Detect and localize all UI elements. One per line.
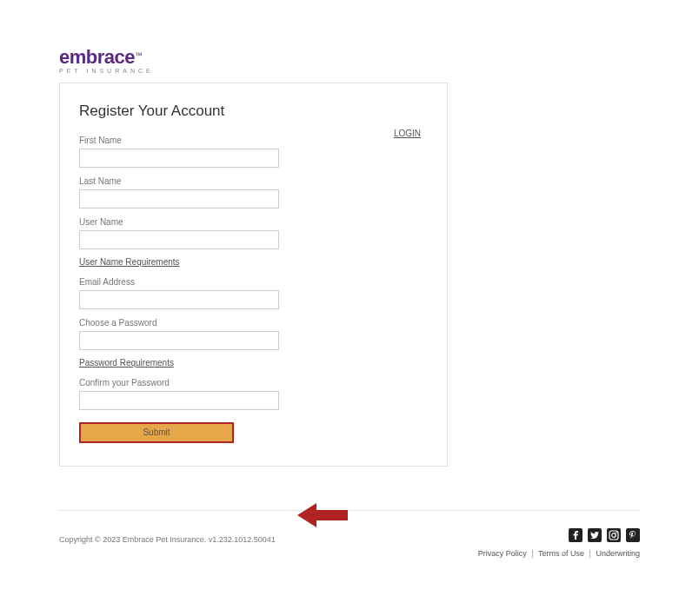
svg-rect-7 xyxy=(626,528,640,542)
password-label: Choose a Password xyxy=(79,318,428,328)
privacy-policy-link[interactable]: Privacy Policy xyxy=(478,549,527,558)
facebook-icon[interactable] xyxy=(569,528,582,542)
last-name-input[interactable] xyxy=(79,189,279,209)
submit-button[interactable]: Submit xyxy=(79,422,234,443)
footer: Copyright © 2023 Embrace Pet Insurance. … xyxy=(0,511,699,558)
email-input[interactable] xyxy=(79,290,279,309)
email-label: Email Address xyxy=(79,277,428,287)
login-link[interactable]: LOGIN xyxy=(394,129,421,138)
copyright-text: Copyright © 2023 Embrace Pet Insurance. … xyxy=(59,535,276,544)
pinterest-icon[interactable] xyxy=(626,528,640,542)
footer-separator: | xyxy=(531,549,533,558)
password-requirements-link[interactable]: Password Requirements xyxy=(79,358,174,368)
footer-links: Privacy Policy | Terms of Use | Underwri… xyxy=(478,549,640,558)
svg-point-6 xyxy=(616,532,617,533)
logo: embrace™ PET INSURANCE xyxy=(59,48,640,74)
footer-separator: | xyxy=(589,549,591,558)
password-input[interactable] xyxy=(79,331,279,350)
trademark-symbol: ™ xyxy=(135,51,143,60)
username-requirements-link[interactable]: User Name Requirements xyxy=(79,257,180,267)
underwriting-link[interactable]: Underwriting xyxy=(596,549,640,558)
logo-tagline: PET INSURANCE xyxy=(59,68,640,74)
first-name-label: First Name xyxy=(79,136,428,145)
terms-link[interactable]: Terms of Use xyxy=(538,549,584,558)
last-name-label: Last Name xyxy=(79,176,428,186)
confirm-password-input[interactable] xyxy=(79,391,279,410)
page-title: Register Your Account xyxy=(79,103,428,120)
twitter-icon[interactable] xyxy=(588,528,602,542)
social-icons xyxy=(478,528,640,542)
user-name-label: User Name xyxy=(79,217,428,227)
logo-brand: embrace xyxy=(59,46,135,68)
instagram-icon[interactable] xyxy=(607,528,621,542)
confirm-password-label: Confirm your Password xyxy=(79,378,428,387)
first-name-input[interactable] xyxy=(79,149,279,168)
register-card: Register Your Account LOGIN First Name L… xyxy=(59,83,448,467)
user-name-input[interactable] xyxy=(79,230,279,249)
